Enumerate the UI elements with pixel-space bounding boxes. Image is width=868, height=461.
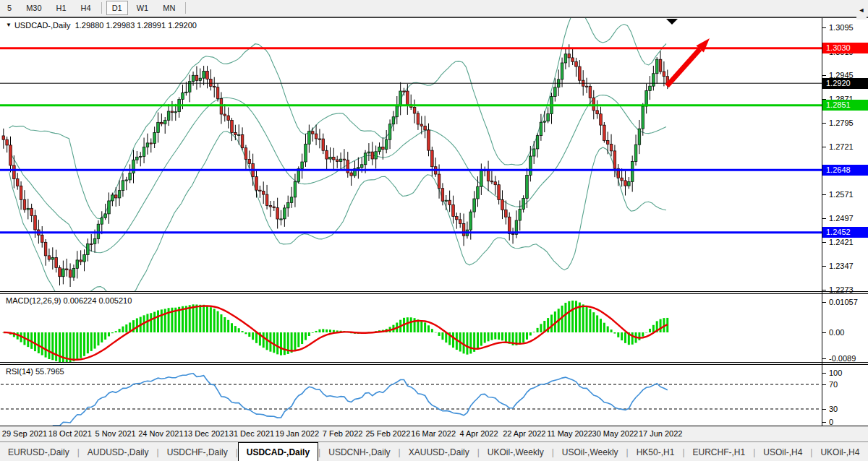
- timeframe-button-w1[interactable]: W1: [131, 1, 155, 15]
- date-axis-label: 17 Jun 2022: [628, 429, 693, 438]
- axis-tick: [822, 422, 826, 423]
- toolbar-separator: [185, 2, 186, 14]
- symbol-tab-usdcnh-daily[interactable]: USDCNH-,Daily: [320, 442, 398, 461]
- toolbar-separator: [101, 2, 102, 14]
- chart-symbol-period: USDCAD-,Daily: [14, 21, 71, 30]
- axis-tick: [822, 218, 826, 219]
- symbol-tab-xauusd-daily[interactable]: XAUUSD-,Daily: [401, 442, 477, 461]
- date-axis[interactable]: 29 Sep 202118 Oct 20215 Nov 202124 Nov 2…: [0, 426, 868, 441]
- axis-tick-label: 1.3095: [829, 23, 854, 32]
- price-flag-1-2452: 1.2452: [822, 227, 868, 238]
- axis-tick: [822, 75, 826, 76]
- symbol-tab-usdchf-daily[interactable]: USDCHF-,Daily: [159, 442, 236, 461]
- axis-tick: [822, 302, 826, 303]
- axis-tick-label: 0: [829, 418, 833, 426]
- axis-tick: [822, 290, 826, 290]
- chart-title: ▼USDCAD-,Daily 1.29880 1.29983 1.28991 1…: [6, 21, 197, 30]
- axis-tick: [822, 147, 826, 147]
- axis-tick-label: 1.2421: [829, 238, 854, 246]
- trading-terminal-window: 5M30H1H4D1W1MN ▼USDCAD-,Daily 1.29880 1.…: [0, 0, 868, 461]
- chart-ohlc-values: 1.29880 1.29983 1.28991 1.29200: [75, 21, 197, 30]
- rsi-pane[interactable]: [0, 364, 868, 426]
- symbol-tab-ukoil-weekly[interactable]: UKOil-,Weekly: [480, 442, 552, 461]
- axis-tick-label: 70: [829, 380, 838, 389]
- symbol-tab-bar: EURUSD-,Daily|AUDUSD-,Daily|USDCHF-,Dail…: [0, 441, 868, 461]
- axis-tick-label: 1.2795: [829, 119, 854, 127]
- axis-tick: [822, 332, 826, 333]
- timeframe-button-m30[interactable]: M30: [20, 1, 47, 15]
- axis-tick-label: 30: [829, 405, 838, 413]
- symbol-tab-ukoil-h4[interactable]: UKOil-,H4: [812, 442, 867, 461]
- axis-tick: [822, 194, 826, 195]
- axis-tick-label: 1.2571: [829, 190, 854, 199]
- timeframe-list: 5M30H1H4D1W1MN: [0, 1, 189, 15]
- axis-tick: [822, 123, 826, 124]
- timeframe-button-5[interactable]: 5: [1, 1, 17, 15]
- axis-tick: [822, 384, 826, 385]
- axis-tick: [822, 373, 826, 374]
- axis-tick: [822, 27, 826, 28]
- axis-tick-label: -0.0089: [829, 354, 856, 363]
- timeframe-button-mn[interactable]: MN: [157, 1, 181, 15]
- price-flag-1-3030: 1.3030: [822, 43, 868, 53]
- price-chart-pane[interactable]: [0, 17, 868, 292]
- axis-tick-label: 1.2497: [829, 214, 854, 223]
- axis-tick: [822, 266, 826, 267]
- symbol-tab-usoil-h4[interactable]: USOil-,H4: [755, 442, 810, 461]
- symbol-tab-eurchf-h1[interactable]: EURCHF-,H1: [685, 442, 754, 461]
- timeframe-button-h1[interactable]: H1: [51, 1, 72, 15]
- rsi-indicator-label: RSI(14) 55.7965: [6, 367, 64, 376]
- macd-indicator-label: MACD(12,26,9) 0.006224 0.005210: [6, 296, 132, 305]
- symbol-tab-eurusd-daily[interactable]: EURUSD-,Daily: [0, 442, 77, 461]
- price-flag-1-2920: 1.2920: [822, 78, 868, 89]
- timeframe-toolbar: 5M30H1H4D1W1MN: [0, 0, 868, 17]
- tab-scroll-left-icon[interactable]: ◄: [856, 0, 867, 20]
- symbol-tab-audusd-daily[interactable]: AUDUSD-,Daily: [80, 442, 157, 461]
- axis-tick-label: 1.2273: [829, 285, 854, 294]
- axis-tick: [822, 242, 826, 243]
- axis-tick-label: 0.01057: [829, 298, 858, 306]
- symbol-tab-hk50-h1[interactable]: HK50-,H1: [629, 442, 683, 461]
- axis-tick-label: 100: [829, 369, 842, 377]
- chart-title-marker-icon: ▼: [6, 22, 12, 28]
- axis-tick: [822, 358, 826, 359]
- price-flag-1-2648: 1.2648: [822, 165, 868, 176]
- symbol-tab-usoil-weekly[interactable]: USOil-,Weekly: [554, 442, 626, 461]
- axis-tick: [822, 409, 826, 410]
- axis-tick-label: 1.2347: [829, 262, 854, 270]
- axis-tick-label: 1.2721: [829, 142, 854, 151]
- timeframe-button-d1[interactable]: D1: [106, 1, 128, 15]
- price-flag-1-2851: 1.2851: [822, 100, 868, 111]
- symbol-tab-usdcad-daily[interactable]: USDCAD-,Daily: [238, 442, 318, 461]
- axis-tick-label: 0.00: [829, 328, 844, 337]
- timeframe-button-h4[interactable]: H4: [75, 1, 97, 15]
